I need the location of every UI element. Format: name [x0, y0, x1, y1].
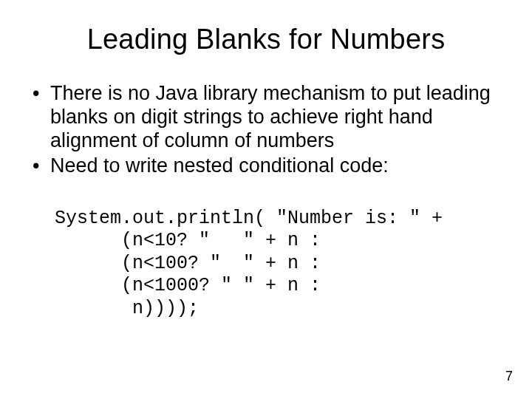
slide-title: Leading Blanks for Numbers	[30, 24, 502, 55]
bullet-item: Need to write nested conditional code:	[30, 154, 502, 178]
code-line: n))));	[55, 298, 199, 319]
slide: Leading Blanks for Numbers There is no J…	[0, 0, 532, 399]
code-line: System.out.println( "Number is: " +	[55, 208, 443, 229]
bullet-list: There is no Java library mechanism to pu…	[30, 82, 502, 177]
code-line: (n<1000? " " + n :	[55, 275, 321, 296]
code-line: (n<10? " " + n :	[55, 230, 321, 251]
bullet-item: There is no Java library mechanism to pu…	[30, 82, 502, 153]
page-number: 7	[505, 369, 513, 384]
code-line: (n<100? " " + n :	[55, 253, 321, 274]
code-block: System.out.println( "Number is: " + (n<1…	[55, 185, 502, 320]
